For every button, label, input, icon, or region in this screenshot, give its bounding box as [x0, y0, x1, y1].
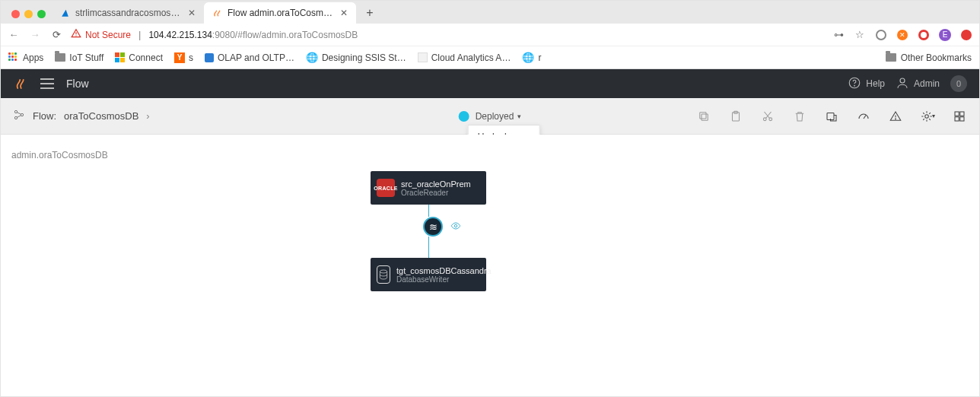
bookmark-olap-oltp[interactable]: OLAP and OLTP… — [205, 52, 294, 63]
trash-icon[interactable] — [792, 109, 807, 124]
node-subtitle: DatabaseWriter — [396, 275, 492, 284]
profile-avatar-icon[interactable]: E — [938, 28, 952, 42]
svg-rect-8 — [702, 114, 708, 120]
window-minimize-icon[interactable] — [24, 10, 33, 18]
striim-favicon-icon — [212, 8, 222, 18]
key-icon[interactable]: ⊶ — [832, 28, 845, 42]
bookmark-label: r — [538, 52, 541, 63]
canvas-label: admin.oraToCosmosDB — [11, 150, 108, 160]
tab-close-icon[interactable]: ✕ — [187, 8, 196, 17]
app-root: Flow Help Admin 0 Flow: oraToCosmosDB › — [1, 69, 979, 396]
ext-circle-icon[interactable] — [874, 28, 888, 42]
header-right: Help Admin 0 — [848, 75, 967, 92]
tab-strip: strlimcassandracosmos - Data ✕ Flow admi… — [1, 1, 979, 24]
copy-icon[interactable] — [696, 109, 711, 124]
bookmark-label: Cloud Analytics A… — [431, 52, 511, 63]
crumb-name: oraToCosmosDB — [64, 110, 138, 122]
svg-rect-20 — [955, 116, 959, 120]
browser-window: strlimcassandracosmos - Data ✕ Flow admi… — [0, 0, 980, 397]
gear-icon[interactable]: ▾ — [920, 109, 935, 124]
user-icon — [896, 76, 909, 92]
reload-button[interactable]: ⟳ — [49, 29, 63, 40]
flow-tree-icon — [13, 109, 25, 123]
bookmark-cloud-analytics[interactable]: Cloud Analytics A… — [418, 52, 511, 63]
crumb-prefix: Flow: — [33, 110, 56, 122]
browser-tab-flow[interactable]: Flow admin.oraToCosmosDB ✕ — [204, 2, 356, 24]
blue-square-icon — [205, 53, 214, 62]
bookmark-ssis[interactable]: 🌐 Designing SSIS St… — [306, 52, 406, 63]
bookmark-r[interactable]: 🌐 r — [522, 52, 541, 63]
status-dot-icon — [459, 111, 469, 122]
source-node[interactable]: ORACLE src_oracleOnPrem OracleReader — [371, 171, 486, 205]
forward-button[interactable]: → — [28, 29, 42, 40]
bookmark-yc[interactable]: Y s — [174, 52, 193, 63]
svg-point-6 — [14, 116, 17, 119]
admin-button[interactable]: Admin — [896, 76, 940, 92]
stream-node-icon[interactable]: ≋ — [423, 217, 443, 237]
striim-logo-icon[interactable] — [13, 76, 28, 91]
new-tab-button[interactable]: + — [361, 4, 379, 22]
svg-point-23 — [380, 270, 387, 273]
back-button[interactable]: ← — [7, 29, 21, 40]
apps-shortcut[interactable]: Apps — [8, 52, 43, 63]
svg-point-7 — [21, 113, 23, 116]
other-bookmarks[interactable]: Other Bookmarks — [886, 52, 972, 63]
chevron-right-icon: › — [146, 110, 149, 122]
folder-icon — [886, 53, 896, 62]
window-zoom-icon[interactable] — [37, 10, 46, 18]
svg-point-3 — [854, 85, 855, 86]
apps-grid-icon — [8, 52, 19, 63]
svg-point-5 — [14, 110, 17, 113]
browser-tab-data[interactable]: strlimcassandracosmos - Data ✕ — [52, 2, 204, 24]
svg-rect-21 — [960, 116, 964, 120]
url-display[interactable]: 104.42.215.134:9080/#flow/admin.oraToCos… — [148, 30, 358, 40]
svg-point-12 — [763, 117, 766, 120]
bookmark-connect[interactable]: Connect — [115, 52, 163, 63]
addr-bar-right: ⊶ ☆ E — [832, 28, 973, 42]
bookmark-label: Connect — [129, 52, 163, 63]
gauge-icon[interactable] — [856, 109, 871, 124]
bookmark-bar: Apps IoT Stuff Connect Y s OLAP and OLTP… — [1, 46, 979, 69]
help-icon — [848, 76, 861, 92]
alert-icon[interactable] — [888, 109, 903, 124]
window-controls — [8, 10, 52, 24]
target-node[interactable]: tgt_cosmosDBCassandra DatabaseWriter — [371, 258, 486, 291]
ext-red-ring-icon[interactable] — [917, 28, 931, 42]
deploy-status-button[interactable]: Deployed ▾ Undeploy App Start App — [476, 111, 522, 122]
admin-label: Admin — [914, 78, 940, 89]
other-bookmarks-label: Other Bookmarks — [901, 52, 972, 63]
flow-canvas[interactable]: admin.oraToCosmosDB ORACLE src_oracleOnP… — [1, 135, 979, 396]
grid-view-icon[interactable] — [952, 109, 967, 124]
notification-badge[interactable]: 0 — [950, 75, 967, 92]
insecure-label: Not Secure — [85, 30, 131, 40]
menu-button[interactable] — [40, 78, 54, 89]
page-icon — [418, 52, 428, 62]
azure-favicon-icon — [59, 8, 70, 18]
ext-orange-icon[interactable] — [896, 28, 909, 42]
paste-icon[interactable] — [728, 109, 743, 124]
microsoft-icon — [115, 52, 125, 62]
svg-point-13 — [769, 117, 772, 120]
url-separator: | — [138, 29, 141, 40]
window-close-icon[interactable] — [11, 10, 20, 18]
tab-close-icon[interactable]: ✕ — [339, 8, 348, 17]
url-host: 104.42.215.134 — [148, 30, 212, 40]
security-indicator[interactable]: Not Secure — [71, 28, 131, 41]
bookmark-label: Designing SSIS St… — [322, 52, 406, 63]
preview-eye-icon[interactable] — [449, 221, 463, 233]
cut-icon[interactable] — [760, 109, 775, 124]
globe-icon: 🌐 — [306, 52, 318, 63]
ext-red-dot-icon[interactable] — [959, 28, 973, 42]
bookmark-star-icon[interactable]: ☆ — [853, 28, 867, 42]
bookmark-iot-stuff[interactable]: IoT Stuff — [55, 52, 103, 63]
svg-point-4 — [900, 78, 905, 83]
help-button[interactable]: Help — [848, 76, 885, 92]
breadcrumb[interactable]: Flow: oraToCosmosDB › — [13, 109, 150, 123]
flow-toolbar: Flow: oraToCosmosDB › Deployed ▾ Undeplo… — [1, 98, 979, 135]
export-icon[interactable] — [824, 109, 839, 124]
node-subtitle: OracleReader — [401, 189, 471, 197]
database-icon — [377, 265, 390, 284]
page-title: Flow — [66, 78, 89, 90]
svg-point-16 — [896, 118, 896, 119]
bookmark-label: OLAP and OLTP… — [218, 52, 294, 63]
